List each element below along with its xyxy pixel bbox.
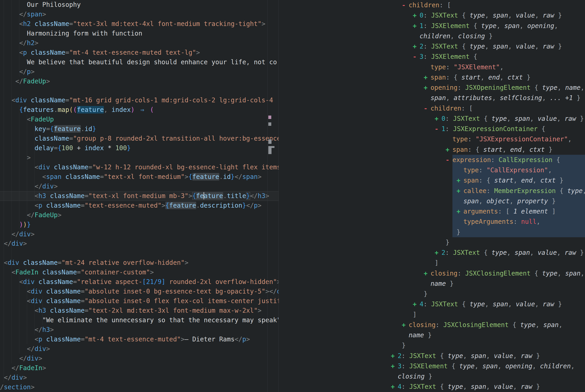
code-line[interactable]: </span> [0, 10, 279, 19]
code-line[interactable]: <p className="mt-4 text-essence-muted te… [0, 48, 279, 58]
ast-tree-row[interactable]: span, attributes, selfClosing, ... +1 } [374, 93, 585, 103]
code-line-current[interactable]: <h3 className="text-xl font-medium mb-3"… [0, 191, 279, 201]
code-editor-panel[interactable]: Our Philosophy </span> <h2 className="te… [0, 0, 279, 392]
code-line[interactable]: ))} [0, 220, 279, 230]
code-line[interactable]: We believe that beautiful design should … [0, 58, 279, 67]
ast-tree-row[interactable]: +span: { start, end, ctxt } [374, 72, 585, 82]
ast-tree-row[interactable]: +closing: JSXClosingElement { type, span… [374, 320, 585, 330]
ast-tree-row[interactable]: +2: JSXText { type, span, value, raw } [374, 248, 585, 258]
code-line[interactable]: <div className="absolute inset-0 flex fl… [0, 296, 279, 306]
expand-icon[interactable]: + [391, 351, 398, 361]
expand-icon[interactable]: + [391, 361, 398, 371]
code-line[interactable] [0, 86, 279, 96]
code-line[interactable]: <p className="text-essence-muted">{featu… [0, 201, 279, 210]
code-line[interactable]: </div> [0, 230, 279, 239]
expand-icon[interactable]: + [424, 268, 431, 278]
code-line[interactable]: {features.map((feature, index) ⇒ ( [0, 105, 279, 115]
editor-scrollbar[interactable] [278, 0, 278, 392]
ast-tree-row-selected[interactable]: type: "CallExpression", [374, 165, 585, 175]
code-line[interactable]: className="group p-8 rounded-2xl transit… [0, 134, 279, 143]
code-line[interactable]: <h3 className="text-2xl md:text-3xl font… [0, 306, 279, 316]
ast-tree-row[interactable]: -children: [ [374, 0, 585, 10]
ast-tree-row[interactable]: +2: JSXText { type, span, value, raw } [374, 351, 585, 361]
code-line[interactable]: <div className="mt-24 relative overflow-… [0, 258, 279, 268]
expand-icon[interactable]: + [446, 144, 452, 155]
code-line[interactable]: <h2 className="text-3xl md:text-4xl font… [0, 19, 279, 29]
code-line[interactable]: </FadeUp> [0, 76, 279, 86]
collapse-icon[interactable]: - [424, 103, 431, 114]
code-line[interactable]: delay={100 + index * 100} [0, 143, 279, 153]
ast-tree-row-selected[interactable]: +callee: MemberExpression { type, [374, 186, 585, 196]
expand-icon[interactable]: + [413, 21, 420, 31]
code-line[interactable]: <span className="text-xl font-medium">{f… [0, 172, 279, 182]
ast-tree-row[interactable]: } [374, 340, 585, 350]
ast-tree-row[interactable]: -3: JSXElement { [374, 52, 585, 62]
code-line[interactable]: </div> [0, 182, 279, 191]
ast-tree-row[interactable]: name } [374, 330, 585, 340]
ast-tree-row[interactable]: -1: JSXExpressionContainer { [374, 124, 585, 134]
code-line[interactable]: </FadeIn> [0, 363, 279, 373]
code-line[interactable]: </section> [0, 382, 279, 392]
code-line[interactable]: </div> [0, 344, 279, 354]
code-line[interactable]: </h2> [0, 38, 279, 48]
ast-tree-panel[interactable]: -children: [+0: JSXText { type, span, va… [374, 0, 585, 392]
collapse-icon[interactable]: - [435, 124, 441, 134]
code-line[interactable]: Harmonizing form with function [0, 29, 279, 38]
ast-tree-row-selected[interactable]: span, object, property } [374, 196, 585, 206]
ast-tree-row[interactable]: type: "JSXElement", [374, 62, 585, 72]
ast-tree-row[interactable]: +0: JSXText { type, span, value, raw } [374, 10, 585, 20]
code-line[interactable]: <div className="absolute inset-0 bg-esse… [0, 287, 279, 296]
ast-tree-row[interactable]: +2: JSXText { type, span, value, raw } [374, 41, 585, 52]
expand-icon[interactable]: + [424, 82, 431, 93]
ast-tree-row-selected[interactable]: typeArguments: null, [374, 216, 585, 227]
ast-tree-row[interactable]: children, closing } [374, 31, 585, 41]
expand-icon[interactable]: + [402, 320, 409, 330]
expand-icon[interactable]: + [413, 299, 420, 309]
code-line[interactable] [0, 248, 279, 258]
ast-tree-row-selected[interactable]: -expression: CallExpression { [374, 155, 585, 165]
expand-icon[interactable]: + [435, 114, 441, 124]
code-line[interactable]: key={feature.id} [0, 124, 279, 134]
code-line[interactable]: </div> [0, 373, 279, 382]
ast-tree-row[interactable]: } [374, 289, 585, 299]
code-line[interactable]: Our Philosophy [0, 0, 279, 10]
ast-tree-row[interactable]: type: "JSXExpressionContainer", [374, 134, 585, 144]
ast-tree-row-selected[interactable]: +arguments: [ 1 element ] [374, 206, 585, 216]
code-line[interactable]: "We eliminate the unnecessary so that th… [0, 316, 279, 325]
ast-tree-row[interactable]: +4: JSXText { type, span, value, raw } [374, 382, 585, 392]
expand-icon[interactable]: + [424, 72, 431, 82]
code-line[interactable]: <div className="relative aspect-[21/9] r… [0, 277, 279, 287]
ast-tree-row[interactable]: +opening: JSXOpeningElement { type, name… [374, 82, 585, 93]
code-line[interactable]: <div className="w-12 h-12 rounded-xl bg-… [0, 162, 279, 172]
ast-tree-row[interactable]: +3: JSXElement { type, span, opening, ch… [374, 361, 585, 371]
ast-tree-row[interactable]: } [374, 237, 585, 248]
expand-icon[interactable]: + [457, 186, 463, 196]
code-line[interactable]: <FadeIn className="container-custom"> [0, 268, 279, 277]
ast-tree-row[interactable]: +4: JSXText { type, span, value, raw } [374, 299, 585, 309]
expand-icon[interactable]: + [457, 175, 463, 186]
code-line[interactable]: </FadeUp> [0, 210, 279, 220]
expand-icon[interactable]: + [391, 382, 398, 392]
ast-tree-row[interactable]: ] [374, 310, 585, 320]
expand-icon[interactable]: + [457, 206, 463, 216]
expand-icon[interactable]: + [435, 248, 441, 258]
ast-tree-row-selected[interactable]: } [374, 227, 585, 237]
ast-tree-row-selected[interactable]: +span: { start, end, ctxt } [374, 175, 585, 186]
ast-tree-row[interactable]: +1: JSXElement { type, span, opening, [374, 21, 585, 31]
code-line[interactable]: <FadeUp [0, 115, 279, 124]
code-line[interactable]: </h3> [0, 325, 279, 334]
expand-icon[interactable]: + [413, 10, 420, 20]
code-line[interactable]: <div className="mt-16 grid grid-cols-1 m… [0, 96, 279, 105]
ast-tree-row[interactable]: -children: [ [374, 103, 585, 114]
code-line[interactable]: </p> [0, 67, 279, 76]
expand-icon[interactable]: + [413, 41, 420, 52]
collapse-icon[interactable]: - [413, 52, 420, 62]
code-line[interactable]: <p className="mt-4 text-essence-muted">—… [0, 334, 279, 344]
ast-tree-row[interactable]: ] [374, 258, 585, 268]
ast-tree-row[interactable]: +0: JSXText { type, span, value, raw } [374, 114, 585, 124]
ast-tree-row[interactable]: name } [374, 278, 585, 289]
collapse-icon[interactable]: - [402, 0, 409, 10]
collapse-icon[interactable]: - [446, 155, 452, 165]
ast-tree-row[interactable]: +closing: JSXClosingElement { type, span… [374, 268, 585, 278]
code-line[interactable]: </div> [0, 239, 279, 248]
